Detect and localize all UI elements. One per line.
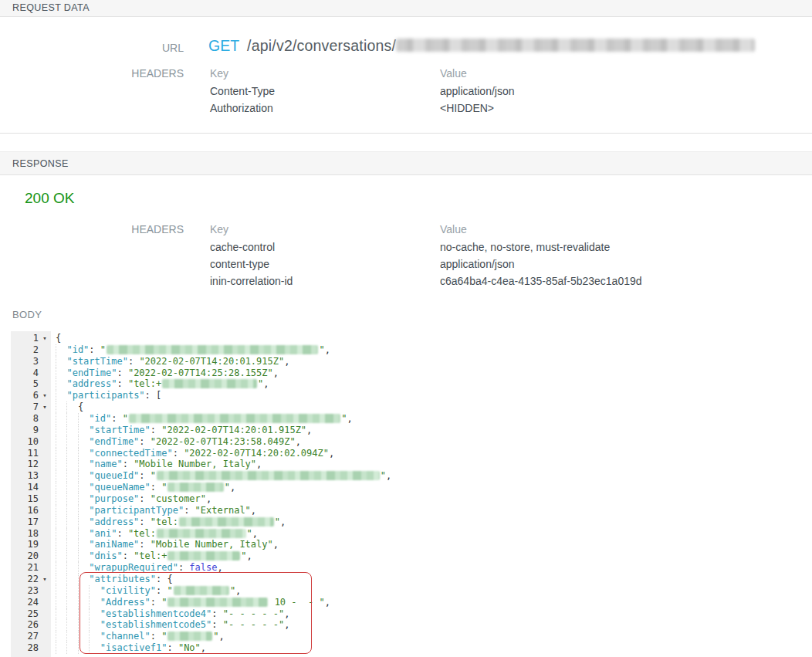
json-punctuation: , xyxy=(247,550,252,561)
code-area: {"id": "","startTime": "2022-02-07T14:20… xyxy=(51,331,812,654)
code-line: "participants": [ xyxy=(56,390,812,401)
json-punctuation: : xyxy=(128,356,139,367)
json-key: "id" xyxy=(66,344,89,355)
indent-guide xyxy=(66,413,77,425)
header-row: content-typeapplication/json xyxy=(210,256,642,273)
json-punctuation: { xyxy=(56,333,61,344)
redacted-conversation-id xyxy=(396,39,755,52)
json-string: 10 - - " xyxy=(269,597,324,608)
gutter-spacer xyxy=(39,597,51,608)
line-number: 14 xyxy=(11,482,39,493)
gutter-line: 6▾ xyxy=(11,390,51,401)
json-body-editor[interactable]: 1▾23456▾7▾8910111213141516171819202122▾2… xyxy=(11,331,812,657)
json-punctuation: : xyxy=(211,608,222,619)
json-string: " xyxy=(161,597,167,608)
code-line: "name": "Mobile Number, Italy", xyxy=(56,459,812,470)
header-key: Authorization xyxy=(210,100,440,117)
indent-guide xyxy=(78,459,89,470)
json-punctuation: , xyxy=(329,448,334,459)
indent-guide xyxy=(56,505,66,516)
json-string: "- - - - -" xyxy=(223,608,284,619)
fold-arrow-icon[interactable]: ▾ xyxy=(39,390,51,401)
redacted-value xyxy=(167,483,223,492)
json-string: " xyxy=(161,631,167,642)
indent-guide xyxy=(78,448,89,459)
gutter-spacer xyxy=(39,585,51,597)
json-string: "- - - - -" xyxy=(223,619,284,630)
json-punctuation: : xyxy=(139,436,150,447)
indent-guide xyxy=(56,528,66,540)
code-line: "establishmentcode4": "- - - - -", xyxy=(56,608,812,620)
gutter-spacer xyxy=(39,470,51,482)
gutter-spacer xyxy=(39,367,51,379)
gutter-spacer xyxy=(39,413,51,425)
json-punctuation: : xyxy=(89,344,100,355)
indent-guide xyxy=(66,539,77,550)
json-key: "wrapupRequired" xyxy=(89,562,178,573)
section-divider xyxy=(0,133,812,134)
json-punctuation: , xyxy=(284,608,289,619)
indent-guide xyxy=(78,585,89,597)
line-number: 2 xyxy=(11,344,39,356)
line-number: 9 xyxy=(11,425,39,436)
indent-guide xyxy=(56,619,66,631)
json-key: "startTime" xyxy=(89,425,150,435)
json-punctuation: : xyxy=(117,367,127,378)
request-data-section-header: REQUEST DATA xyxy=(0,0,812,17)
code-line: "ani": "tel:", xyxy=(56,528,812,540)
redacted-value xyxy=(174,586,229,595)
gutter-line: 11 xyxy=(11,448,51,459)
line-number: 5 xyxy=(11,378,39,390)
gutter-spacer xyxy=(39,425,51,436)
indent-guide xyxy=(66,459,77,470)
json-string: "2022-02-07T14:20:01.915Z" xyxy=(161,425,306,435)
response-title: RESPONSE xyxy=(12,158,69,169)
gutter-spacer xyxy=(39,608,51,620)
fold-arrow-icon[interactable]: ▾ xyxy=(39,333,51,344)
gutter-line: 8 xyxy=(11,413,51,425)
fold-arrow-icon[interactable]: ▾ xyxy=(39,401,51,413)
line-number: 7 xyxy=(11,401,39,413)
code-line: "attributes": { xyxy=(56,574,812,585)
gutter-spacer xyxy=(39,493,51,505)
json-punctuation: : xyxy=(151,482,161,493)
indent-guide xyxy=(66,436,77,448)
gutter-line: 22▾ xyxy=(11,574,51,585)
json-punctuation: : xyxy=(139,516,150,527)
json-punctuation: : [ xyxy=(145,390,162,401)
gutter-spacer xyxy=(39,539,51,550)
json-key: "ani" xyxy=(89,528,117,539)
indent-guide xyxy=(78,608,89,620)
request-headers-label: HEADERS xyxy=(0,67,184,80)
code-line: "address": "tel:+", xyxy=(56,378,812,390)
json-punctuation: , xyxy=(280,516,286,527)
json-key: "purpose" xyxy=(89,493,139,504)
json-key: "channel" xyxy=(100,631,151,642)
code-line: "dnis": "tel:+", xyxy=(56,550,812,562)
status-badge: 200 OK xyxy=(25,190,74,207)
code-line: "purpose": "customer", xyxy=(56,493,812,505)
indent-guide xyxy=(56,642,66,654)
code-line: "endTime": "2022-02-07T14:23:58.049Z", xyxy=(56,436,812,448)
json-string: " xyxy=(341,413,347,424)
redacted-value xyxy=(107,345,318,354)
json-punctuation: : xyxy=(139,539,150,550)
indent-guide xyxy=(56,608,66,620)
line-number: 21 xyxy=(11,562,39,574)
code-line: "participantType": "External", xyxy=(56,505,812,516)
json-key: "participantType" xyxy=(89,505,184,516)
gutter-line: 19 xyxy=(11,539,51,550)
indent-guide xyxy=(89,597,100,608)
fold-arrow-icon[interactable]: ▾ xyxy=(39,574,51,585)
line-number: 13 xyxy=(11,470,39,482)
redacted-value xyxy=(167,598,268,607)
indent-guide xyxy=(89,608,100,620)
gutter-line: 20 xyxy=(11,550,51,562)
code-line: "civility": "", xyxy=(56,585,812,597)
json-key: "startTime" xyxy=(66,356,127,367)
json-string: " xyxy=(100,344,106,355)
json-punctuation: : xyxy=(167,642,178,653)
header-key: inin-correlation-id xyxy=(210,273,440,290)
header-row: cache-controlno-cache, no-store, must-re… xyxy=(210,239,642,256)
json-string: " xyxy=(225,482,230,493)
